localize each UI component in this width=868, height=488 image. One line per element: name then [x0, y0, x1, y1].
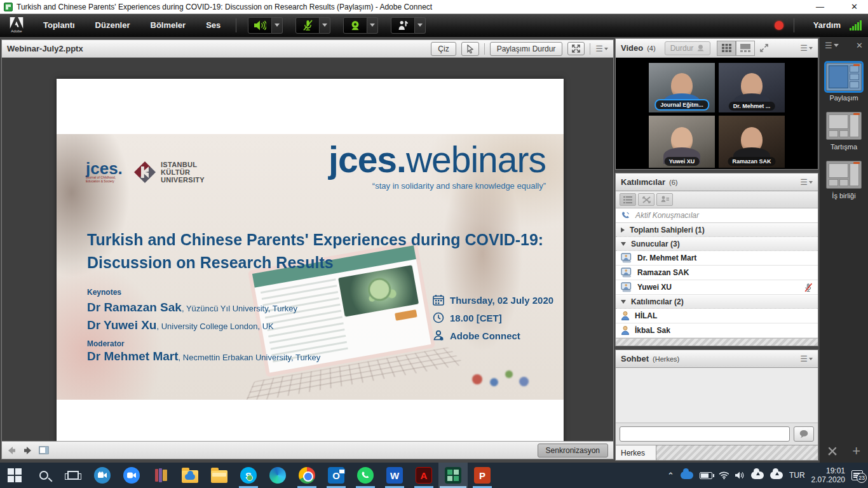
menu-toplanti[interactable]: Toplantı: [33, 14, 85, 37]
cloud-upload-icon[interactable]: [751, 471, 764, 479]
volume-icon[interactable]: [735, 471, 745, 479]
video-tile[interactable]: Journal Eğitm...: [649, 63, 715, 112]
menu-bolmeler[interactable]: Bölmeler: [140, 14, 196, 37]
pod-resize-area[interactable]: [616, 338, 818, 346]
pointer-button[interactable]: [461, 42, 479, 56]
raise-hand-button[interactable]: [391, 17, 415, 34]
chat-input[interactable]: [620, 426, 790, 442]
layout-close-icon[interactable]: ✕: [856, 41, 863, 50]
webcam-dropdown[interactable]: [367, 17, 378, 34]
speaker-dropdown[interactable]: [272, 17, 283, 34]
speaker-control: [248, 17, 283, 34]
next-slide-button[interactable]: [23, 446, 32, 455]
cloud-upload-icon[interactable]: [770, 471, 783, 479]
layout-paylasim-thumb[interactable]: [826, 63, 862, 91]
attendees-toolbar: [616, 191, 818, 208]
adobe-connect-app-icon: [4, 3, 13, 11]
tools-icon[interactable]: [827, 446, 837, 456]
webcam-button[interactable]: [343, 17, 367, 34]
layout-tartisma-thumb[interactable]: [826, 112, 862, 140]
pointer-icon: [466, 44, 474, 53]
video-tile[interactable]: Dr. Mehmet ...: [719, 63, 785, 112]
word-icon[interactable]: W: [380, 463, 409, 488]
attendee-row[interactable]: Ramazan SAK: [616, 266, 818, 280]
battery-icon[interactable]: [700, 472, 712, 479]
onedrive-sync-icon[interactable]: [681, 471, 693, 479]
video-name-label: Yuwei XU: [665, 157, 700, 166]
movie-app-icon[interactable]: [88, 463, 117, 488]
start-button[interactable]: [0, 463, 29, 488]
file-explorer-icon[interactable]: [205, 463, 234, 488]
speaker-2: Dr Yuwei Xu, University College London, …: [87, 318, 274, 332]
connection-signal-icon[interactable]: [850, 20, 862, 30]
search-button[interactable]: [29, 463, 58, 488]
attendee-row[interactable]: Yuwei XU: [616, 280, 818, 295]
sidebar-toggle-icon[interactable]: [39, 446, 49, 454]
fullscreen-button[interactable]: [567, 42, 585, 55]
video-tile[interactable]: Yuwei XU: [649, 116, 715, 168]
chat-send-button[interactable]: [794, 426, 814, 442]
acrobat-icon[interactable]: A: [409, 463, 438, 488]
video-fullscreen-button[interactable]: [760, 44, 768, 52]
whatsapp-icon[interactable]: [351, 463, 380, 488]
record-dot: [775, 21, 783, 30]
menu-yardim[interactable]: Yardım: [804, 20, 850, 30]
language-indicator[interactable]: TUR: [789, 471, 805, 480]
add-layout-icon[interactable]: +: [852, 445, 860, 458]
tray-chevron-icon[interactable]: ⌃: [667, 471, 674, 480]
layout-isbirligi-thumb[interactable]: [826, 161, 862, 189]
stop-sharing-button[interactable]: Paylaşımı Durdur: [490, 42, 563, 56]
winrar-icon[interactable]: [146, 463, 175, 488]
group-presenters[interactable]: Sunucular (3): [616, 237, 818, 251]
minimize-button[interactable]: —: [816, 2, 824, 11]
menu-duzenler[interactable]: Düzenler: [85, 14, 140, 37]
attendee-row[interactable]: İkbaL Sak: [616, 323, 818, 338]
prev-slide-button[interactable]: [7, 446, 17, 455]
zoom-icon[interactable]: [117, 463, 146, 488]
wifi-icon[interactable]: [719, 471, 729, 479]
video-grid: Journal Eğitm... Dr. Mehmet ... Yuwei XU…: [616, 58, 818, 169]
breakout-view-button[interactable]: [638, 193, 654, 206]
chat-tab-everyone[interactable]: Herkes: [616, 445, 656, 460]
share-pod-menu-icon[interactable]: ☰: [595, 44, 608, 53]
adobe-connect-taskbar-icon[interactable]: [438, 463, 468, 488]
grid-view-button[interactable]: [717, 41, 736, 56]
close-button[interactable]: ✕: [851, 2, 858, 11]
draw-button[interactable]: Çiz: [431, 42, 456, 56]
participant-icon: [621, 311, 630, 321]
group-participants[interactable]: Katılımcılar (2): [616, 295, 818, 309]
powerpoint-icon[interactable]: P: [468, 463, 497, 488]
filmstrip-view-icon: [740, 44, 750, 52]
notifications-icon[interactable]: 23: [851, 470, 863, 480]
attendees-pod-menu-icon[interactable]: ☰: [800, 177, 813, 187]
layout-paylasim-label: Paylaşım: [820, 94, 868, 102]
layout-menu-icon[interactable]: ☰: [825, 41, 839, 50]
chrome-icon[interactable]: [292, 463, 322, 488]
filmstrip-view-button[interactable]: [736, 41, 755, 56]
video-name-label: Journal Eğitm...: [654, 99, 709, 111]
edge-icon[interactable]: [263, 463, 292, 488]
mic-dropdown[interactable]: [320, 17, 330, 34]
status-view-button[interactable]: [656, 193, 673, 206]
onedrive-folder-icon[interactable]: [175, 463, 205, 488]
task-view-button[interactable]: [58, 463, 88, 488]
video-pod: Video (4) Durdur ☰: [615, 38, 818, 170]
skype-icon[interactable]: S: [234, 463, 263, 488]
speaker-button[interactable]: [248, 17, 272, 34]
participant-face: [741, 127, 763, 152]
mic-muted-button[interactable]: [295, 17, 320, 34]
menu-ses[interactable]: Ses: [196, 14, 231, 37]
chat-pod-menu-icon[interactable]: ☰: [800, 354, 813, 363]
attendee-row[interactable]: Dr. Mehmet Mart: [616, 251, 818, 266]
video-pod-menu-icon[interactable]: ☰: [800, 43, 813, 53]
group-hosts[interactable]: Toplantı Sahipleri (1): [616, 223, 818, 237]
sync-button[interactable]: Senkronizasyon: [538, 444, 608, 458]
video-tile[interactable]: Ramazan SAK: [719, 116, 785, 168]
status-dropdown[interactable]: [415, 17, 426, 34]
video-count: (4): [647, 44, 655, 52]
attendee-row[interactable]: HİLAL: [616, 309, 818, 323]
clock[interactable]: 19:01 2.07.2020: [811, 466, 845, 484]
outlook-icon[interactable]: O: [322, 463, 351, 488]
list-view-button[interactable]: [620, 193, 636, 206]
stop-webcam-button[interactable]: Durdur: [665, 41, 711, 55]
